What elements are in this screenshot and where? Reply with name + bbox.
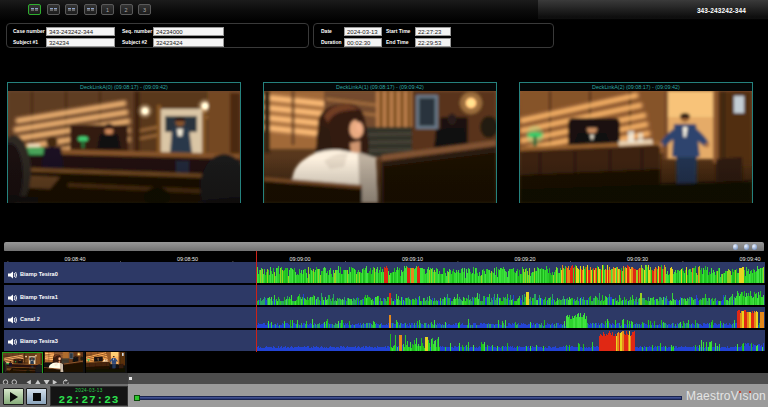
svg-text:09:09:20: 09:09:20 [515,256,536,262]
svg-text:09:09:40: 09:09:40 [740,256,761,262]
svg-text:09:09:30: 09:09:30 [627,256,648,262]
svg-text:09:08:40: 09:08:40 [65,256,86,262]
svg-text:09:09:00: 09:09:00 [290,256,311,262]
svg-text:09:09:10: 09:09:10 [402,256,423,262]
svg-text:09:08:50: 09:08:50 [177,256,198,262]
